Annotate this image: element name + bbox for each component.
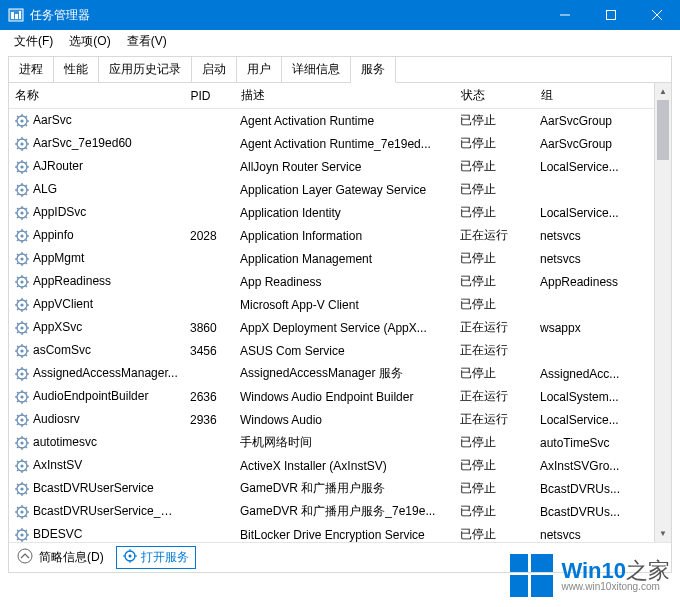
table-row[interactable]: AssignedAccessManager...AssignedAccessMa…	[9, 362, 671, 385]
svg-line-14	[17, 116, 19, 118]
cell-name: Audiosrv	[9, 408, 184, 431]
cell-pid	[184, 431, 234, 454]
svg-point-29	[20, 165, 23, 168]
gear-icon	[15, 436, 29, 450]
cell-state: 已停止	[454, 477, 534, 500]
table-row[interactable]: AarSvcAgent Activation Runtime已停止AarSvcG…	[9, 109, 671, 133]
table-row[interactable]: autotimesvc手机网络时间已停止autoTimeSvc	[9, 431, 671, 454]
svg-line-107	[17, 331, 19, 333]
table-row[interactable]: BcastDVRUserService_7e...GameDVR 和广播用户服务…	[9, 500, 671, 523]
svg-line-155	[25, 446, 27, 448]
cell-description: Application Identity	[234, 201, 454, 224]
cell-group: AppReadiness	[534, 270, 671, 293]
watermark-url: www.win10xitong.com	[561, 582, 670, 592]
svg-point-179	[20, 510, 23, 513]
cell-group: BcastDVRUs...	[534, 477, 671, 500]
svg-line-86	[25, 277, 27, 279]
svg-line-17	[17, 124, 19, 126]
cell-group: LocalService...	[534, 201, 671, 224]
tab-details[interactable]: 详细信息	[282, 57, 351, 83]
cell-pid	[184, 178, 234, 201]
table-row[interactable]: AppMgmtApplication Management已停止netsvcs	[9, 247, 671, 270]
gear-icon	[15, 528, 29, 542]
svg-line-47	[17, 193, 19, 195]
svg-point-99	[20, 326, 23, 329]
cell-group: AarSvcGroup	[534, 109, 671, 133]
table-row[interactable]: Audiosrv2936Windows Audio正在运行LocalServic…	[9, 408, 671, 431]
column-header-description[interactable]: 描述	[234, 83, 454, 109]
maximize-button[interactable]	[588, 0, 634, 30]
minimize-button[interactable]	[542, 0, 588, 30]
cell-group: netsvcs	[534, 224, 671, 247]
scroll-thumb[interactable]	[657, 100, 669, 160]
svg-line-177	[17, 492, 19, 494]
cell-name: AppVClient	[9, 293, 184, 316]
table-row[interactable]: AppReadinessApp Readiness已停止AppReadiness	[9, 270, 671, 293]
column-header-group[interactable]: 组	[534, 83, 671, 109]
table-row[interactable]: Appinfo2028Application Information正在运行ne…	[9, 224, 671, 247]
cell-description: Application Layer Gateway Service	[234, 178, 454, 201]
table-row[interactable]: ALGApplication Layer Gateway Service已停止	[9, 178, 671, 201]
column-header-pid[interactable]: PID	[184, 83, 234, 109]
table-row[interactable]: AudioEndpointBuilder2636Windows Audio En…	[9, 385, 671, 408]
column-header-state[interactable]: 状态	[454, 83, 534, 109]
cell-name: AudioEndpointBuilder	[9, 385, 184, 408]
scroll-up-button[interactable]: ▲	[655, 83, 671, 100]
menu-file[interactable]: 文件(F)	[6, 31, 61, 52]
svg-point-49	[20, 211, 23, 214]
gear-icon	[15, 321, 29, 335]
table-row[interactable]: AJRouterAllJoyn Router Service已停止LocalSe…	[9, 155, 671, 178]
svg-line-75	[25, 262, 27, 264]
tab-startup[interactable]: 启动	[192, 57, 237, 83]
table-row[interactable]: AarSvc_7e19ed60Agent Activation Runtime_…	[9, 132, 671, 155]
svg-line-66	[25, 231, 27, 233]
table-row[interactable]: BcastDVRUserServiceGameDVR 和广播用户服务已停止Bca…	[9, 477, 671, 500]
cell-name: AppMgmt	[9, 247, 184, 270]
tab-performance[interactable]: 性能	[54, 57, 99, 83]
table-row[interactable]: asComSvc3456ASUS Com Service正在运行	[9, 339, 671, 362]
table-row[interactable]: AppVClientMicrosoft App-V Client已停止	[9, 293, 671, 316]
cell-description: Windows Audio Endpoint Builder	[234, 385, 454, 408]
svg-line-87	[17, 285, 19, 287]
fewer-details-button[interactable]: 简略信息(D)	[17, 548, 104, 567]
table-row[interactable]: AppXSvc3860AppX Deployment Service (AppX…	[9, 316, 671, 339]
table-row[interactable]: BDESVCBitLocker Drive Encryption Service…	[9, 523, 671, 542]
svg-line-24	[17, 139, 19, 141]
cell-state: 已停止	[454, 523, 534, 542]
menu-options[interactable]: 选项(O)	[61, 31, 118, 52]
cell-description: AssignedAccessManager 服务	[234, 362, 454, 385]
tab-services[interactable]: 服务	[351, 57, 396, 83]
cell-name: Appinfo	[9, 224, 184, 247]
cell-description: App Readiness	[234, 270, 454, 293]
services-table: 名称 PID 描述 状态 组 AarSvcAgent Activation Ru…	[9, 83, 671, 542]
svg-line-104	[17, 323, 19, 325]
svg-line-157	[17, 446, 19, 448]
cell-pid	[184, 477, 234, 500]
table-row[interactable]: AppIDSvcApplication Identity已停止LocalServ…	[9, 201, 671, 224]
cell-pid	[184, 109, 234, 133]
cell-name: AppXSvc	[9, 316, 184, 339]
cell-pid: 3860	[184, 316, 234, 339]
close-button[interactable]	[634, 0, 680, 30]
table-row[interactable]: AxInstSVActiveX Installer (AxInstSV)已停止A…	[9, 454, 671, 477]
open-services-button[interactable]: 打开服务	[116, 546, 196, 569]
tab-users[interactable]: 用户	[237, 57, 282, 83]
cell-group: LocalService...	[534, 155, 671, 178]
svg-point-69	[20, 257, 23, 260]
cell-name: BDESVC	[9, 523, 184, 542]
tab-processes[interactable]: 进程	[9, 57, 54, 83]
cell-group	[534, 339, 671, 362]
svg-line-144	[17, 415, 19, 417]
vertical-scrollbar[interactable]: ▲ ▼	[654, 83, 671, 542]
menu-view[interactable]: 查看(V)	[119, 31, 175, 52]
cell-description: Agent Activation Runtime_7e19ed...	[234, 132, 454, 155]
gear-icon	[15, 459, 29, 473]
tab-app-history[interactable]: 应用历史记录	[99, 57, 192, 83]
column-header-name[interactable]: 名称	[9, 83, 184, 109]
scroll-down-button[interactable]: ▼	[655, 525, 671, 542]
svg-line-34	[17, 162, 19, 164]
cell-pid: 2636	[184, 385, 234, 408]
svg-line-27	[17, 147, 19, 149]
cell-name: BcastDVRUserService	[9, 477, 184, 500]
cell-state: 已停止	[454, 178, 534, 201]
